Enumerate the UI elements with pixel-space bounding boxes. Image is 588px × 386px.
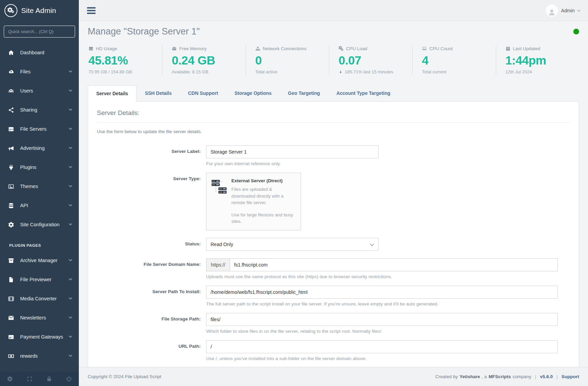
stat-sub: 70.95 GB / 154.88 GB xyxy=(88,69,162,74)
tab-storage-options[interactable]: Storage Options xyxy=(226,85,280,101)
copyright-text: Copyright © 2024 File Upload Script xyxy=(88,374,161,379)
stat-sub: Total current xyxy=(422,69,496,74)
film-icon xyxy=(8,296,15,302)
image-icon xyxy=(8,183,15,190)
hdd-icon xyxy=(8,126,15,132)
stats-row: HD Usage 45.81% 70.95 GB / 154.88 GB Fre… xyxy=(88,45,579,75)
tab-cdn-support[interactable]: CDN Support xyxy=(180,85,226,101)
server-type-title: External Server (Direct) xyxy=(231,178,296,183)
gear-icon xyxy=(8,221,15,228)
divider: | xyxy=(535,374,536,379)
tab-server-details[interactable]: Server Details xyxy=(88,85,137,102)
tab-ssh-details[interactable]: SSH Details xyxy=(137,85,180,101)
chevron-down-icon xyxy=(69,184,72,187)
stat-sub: 12th Jul 2024 xyxy=(505,69,579,74)
power-icon[interactable] xyxy=(66,376,72,382)
hamburger-menu-icon[interactable] xyxy=(87,7,96,14)
sidebar-item-themes[interactable]: Themes xyxy=(0,177,79,196)
sidebar-item-file-servers[interactable]: File Servers xyxy=(0,119,79,139)
stat-value: 4 xyxy=(422,54,496,67)
storage-path-help: Which folder to store files in on the fi… xyxy=(206,329,570,334)
stat-value: 0 xyxy=(255,54,329,67)
sidebar-item-api[interactable]: API xyxy=(0,196,79,215)
server-label-input[interactable] xyxy=(206,145,378,158)
version-label: v5.6.0 xyxy=(540,374,553,379)
server-path-help: The full server path to the script insta… xyxy=(206,301,570,306)
footer: Copyright © 2024 File Upload Script Crea… xyxy=(79,367,588,386)
cogs-icon xyxy=(339,46,344,51)
bullhorn-icon xyxy=(8,145,15,152)
calendar-icon xyxy=(505,46,511,51)
sidebar-item-newsletters[interactable]: Newsletters xyxy=(0,308,79,327)
sidebar-nav: Dashboard Files Users Sharing File Serve… xyxy=(0,40,79,372)
lock-icon[interactable] xyxy=(46,376,52,382)
sidebar-item-payment-gateways[interactable]: Payment Gateways xyxy=(0,327,79,346)
support-link[interactable]: Support xyxy=(561,374,579,379)
tab-account-type-targeting[interactable]: Account Type Targeting xyxy=(328,85,399,101)
brand-mfscripts[interactable]: MFScripts xyxy=(489,374,511,379)
page-title: Manage "Storage Server 1" xyxy=(88,26,200,37)
sidebar-item-sharing[interactable]: Sharing xyxy=(0,100,79,119)
url-path-input[interactable] xyxy=(206,340,558,353)
stat-network-connections: Network Connections 0 Total active xyxy=(246,45,329,75)
tab-geo-targeting[interactable]: Geo Targeting xyxy=(280,85,328,101)
chevron-down-icon xyxy=(69,203,72,206)
chevron-down-icon xyxy=(69,296,72,299)
sidebar-item-users[interactable]: Users xyxy=(0,81,79,100)
sidebar-item-media-converter[interactable]: Media Converter xyxy=(0,289,79,308)
domain-input[interactable] xyxy=(230,258,558,271)
panel-heading: Server Details: xyxy=(97,109,570,117)
sidebar: Site Admin Dashboard Files Users Sharing… xyxy=(0,0,79,386)
expand-icon[interactable] xyxy=(27,376,33,382)
share-icon xyxy=(8,107,15,113)
app-logo[interactable]: Site Admin xyxy=(0,0,79,21)
sidebar-item-archive-manager[interactable]: Archive Manager xyxy=(0,251,79,270)
gears-logo-icon xyxy=(4,4,17,17)
stat-sub: Total active xyxy=(255,69,329,74)
sidebar-item-rewards[interactable]: rewards xyxy=(0,346,79,366)
https-prefix-addon: https:// xyxy=(206,258,230,271)
chevron-down-icon xyxy=(69,277,72,280)
server-type-desc: Files are uploaded & downloaded directly… xyxy=(231,186,296,206)
user-menu[interactable]: Admin xyxy=(546,4,580,17)
search-input[interactable] xyxy=(4,26,75,38)
envelope-icon xyxy=(8,315,15,321)
archive-icon xyxy=(8,257,15,264)
stat-hd-usage: HD Usage 45.81% 70.95 GB / 154.88 GB xyxy=(88,45,162,75)
sidebar-item-files[interactable]: Files xyxy=(0,62,79,81)
server-path-input[interactable] xyxy=(206,286,558,299)
sidebar-item-plugins[interactable]: Plugins xyxy=(0,158,79,177)
server-type-label: Server Type: xyxy=(97,173,206,238)
sidebar-item-dashboard[interactable]: Dashboard xyxy=(0,43,79,62)
chevron-down-icon xyxy=(69,145,72,149)
status-label: Status: xyxy=(97,238,206,258)
chevron-down-icon xyxy=(69,126,72,130)
file-icon xyxy=(8,276,15,283)
server-details-form: Server Label: For your own internal refe… xyxy=(97,145,570,367)
chevron-down-icon xyxy=(69,353,72,357)
stat-sub: 185.71% last 15 minutes xyxy=(339,69,412,74)
storage-path-input[interactable] xyxy=(206,313,558,326)
server-path-label: Server Path To Install: xyxy=(97,286,206,313)
server-online-status-dot xyxy=(573,29,579,34)
server-type-card[interactable]: External Server (Direct) Files are uploa… xyxy=(206,173,301,230)
gear-icon[interactable] xyxy=(7,376,13,382)
users-icon xyxy=(8,88,15,94)
chevron-down-icon xyxy=(577,9,580,11)
chevron-down-icon xyxy=(69,222,72,225)
sidebar-item-site-configuration[interactable]: Site Configuration xyxy=(0,215,79,234)
url-path-help: Use /, unless you've installed into a su… xyxy=(206,356,570,361)
brand-yetishare[interactable]: Yetishare xyxy=(460,374,480,379)
page-content: Manage "Storage Server 1" HD Usage 45.81… xyxy=(79,21,588,367)
topbar: Admin xyxy=(79,0,588,21)
chevron-down-icon xyxy=(69,69,72,72)
user-menu-label: Admin xyxy=(561,8,575,13)
sidebar-footer xyxy=(0,372,79,386)
home-icon xyxy=(8,49,15,56)
status-select[interactable]: Read Only xyxy=(206,238,378,251)
sidebar-item-file-previewer[interactable]: File Previewer xyxy=(0,270,79,289)
avatar xyxy=(546,4,558,17)
sidebar-item-advertising[interactable]: Advertising xyxy=(0,139,79,158)
laptop-icon xyxy=(422,46,427,51)
status-select-wrap: Read Only xyxy=(206,238,378,251)
